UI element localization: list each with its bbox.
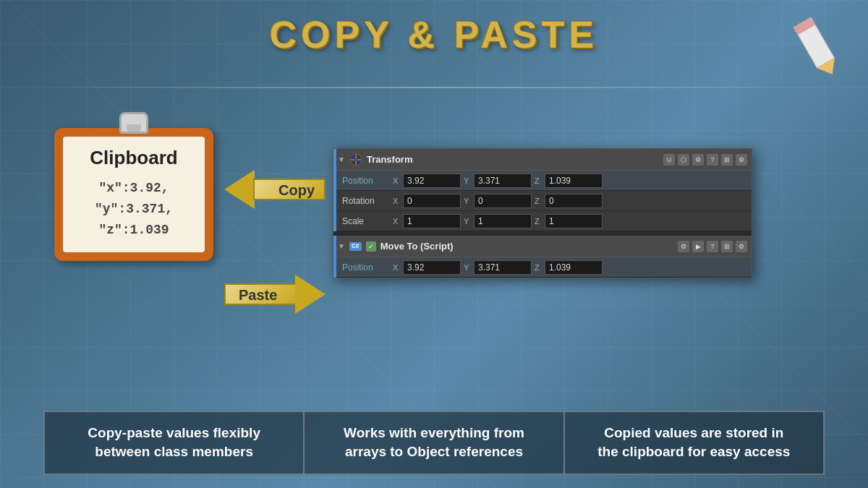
clipboard-body: Clipboard "x":3.92, "y":3.371, "z":1.039 <box>54 128 213 261</box>
pos-x-field: X <box>393 174 461 188</box>
rot-z-field: Z <box>535 194 603 208</box>
inspector-panel: ▼ Transform U ⬡ ⚙ ? ⊞ ⚙ Position <box>333 148 752 278</box>
position-row: Position X Y Z <box>336 171 752 191</box>
clipboard-line3: "z":1.039 <box>70 220 197 241</box>
sc-x-field: X <box>393 214 461 228</box>
copy-arrow: Copy <box>224 170 326 210</box>
script-position-row: Position X Y Z <box>336 257 752 278</box>
clipboard-content: "x":3.92, "y":3.371, "z":1.039 <box>70 178 197 240</box>
script-gear-icon[interactable]: ⚙ <box>678 241 689 252</box>
transform-icon <box>349 153 362 166</box>
cube-icon[interactable]: ⬡ <box>678 154 689 166</box>
spos-z-input[interactable] <box>545 260 603 275</box>
transform-header: ▼ Transform U ⬡ ⚙ ? ⊞ ⚙ <box>333 149 752 171</box>
script-layout-icon[interactable]: ⊞ <box>721 241 733 252</box>
script-enabled-checkbox[interactable]: ✓ <box>366 241 376 252</box>
z-letter: Z <box>535 217 543 226</box>
script-collapse-arrow[interactable]: ▼ <box>338 242 345 250</box>
clipboard-clip <box>119 112 148 134</box>
bottom-info-bar: Copy-paste values flexiblybetween class … <box>43 411 825 475</box>
blue-accent-bar <box>333 149 336 231</box>
paste-label: Paste <box>239 286 277 303</box>
pos-y-input[interactable] <box>474 174 532 188</box>
y-letter: Y <box>464 176 472 185</box>
x-letter: X <box>393 176 401 185</box>
pos-z-input[interactable] <box>545 174 603 188</box>
sc-x-input[interactable] <box>403 214 461 228</box>
sc-z-input[interactable] <box>545 214 603 228</box>
script-position-xyz: X Y Z <box>393 260 746 275</box>
x-letter: X <box>393 197 401 205</box>
rot-x-input[interactable] <box>403 194 461 208</box>
spos-x-input[interactable] <box>403 260 461 275</box>
rotation-xyz: X Y Z <box>393 194 746 208</box>
info-text-3: Copied values are stored inthe clipboard… <box>597 424 790 462</box>
y-letter: Y <box>464 263 472 272</box>
clipboard-paper: Clipboard "x":3.92, "y":3.371, "z":1.039 <box>63 137 205 252</box>
info-box-3: Copied values are stored inthe clipboard… <box>565 412 823 474</box>
scale-xyz: X Y Z <box>393 214 746 228</box>
script-settings-icon[interactable]: ⚙ <box>736 241 747 252</box>
clipboard-line1: "x":3.92, <box>70 178 197 199</box>
page-title: COPY & PASTE <box>0 13 868 56</box>
copy-label: Copy <box>278 181 315 198</box>
info-text-1: Copy-paste values flexiblybetween class … <box>88 424 260 462</box>
transform-title: Transform <box>367 154 659 165</box>
pos-z-field: Z <box>535 174 603 188</box>
script-position-label: Position <box>342 262 393 273</box>
layout-icon[interactable]: ⊞ <box>721 154 733 166</box>
position-xyz: X Y Z <box>393 174 746 188</box>
rot-y-input[interactable] <box>474 194 532 208</box>
pos-y-field: Y <box>464 174 532 188</box>
spos-y-input[interactable] <box>474 260 532 275</box>
z-letter: Z <box>535 176 543 185</box>
info-text-2: Works with everything fromarrays to Obje… <box>344 424 524 462</box>
settings-icon[interactable]: ⚙ <box>736 154 747 166</box>
y-letter: Y <box>464 217 472 226</box>
pos-x-input[interactable] <box>403 174 461 188</box>
rot-x-field: X <box>393 194 461 208</box>
clipboard-title: Clipboard <box>70 147 197 169</box>
paste-arrow: Paste <box>224 275 326 314</box>
help-icon[interactable]: ? <box>707 154 718 166</box>
clipboard-line2: "y":3.371, <box>70 199 197 220</box>
script-header: ▼ C# ✓ Move To (Script) ⚙ ▶ ? ⊞ ⚙ <box>333 236 752 257</box>
collapse-arrow[interactable]: ▼ <box>338 155 345 163</box>
info-box-2: Works with everything fromarrays to Obje… <box>305 412 564 474</box>
transform-toolbar: U ⬡ ⚙ ? ⊞ ⚙ <box>663 154 747 166</box>
rot-z-input[interactable] <box>545 194 603 208</box>
script-section: ▼ C# ✓ Move To (Script) ⚙ ▶ ? ⊞ ⚙ Positi… <box>333 236 752 278</box>
script-fields: Position X Y Z <box>336 257 752 278</box>
rot-y-field: Y <box>464 194 532 208</box>
script-title: Move To (Script) <box>380 241 673 252</box>
x-letter: X <box>393 263 401 272</box>
script-toolbar: ⚙ ▶ ? ⊞ ⚙ <box>678 241 747 252</box>
transform-section: ▼ Transform U ⬡ ⚙ ? ⊞ ⚙ Position <box>333 149 752 231</box>
arrow-left-head <box>224 170 255 209</box>
sc-y-field: Y <box>464 214 532 228</box>
spos-x-field: X <box>393 260 461 275</box>
sc-y-input[interactable] <box>474 214 532 228</box>
spos-y-field: Y <box>464 260 532 275</box>
script-help-icon[interactable]: ? <box>707 241 718 252</box>
y-letter: Y <box>464 197 472 205</box>
play-icon[interactable]: ▶ <box>692 241 704 252</box>
gear-icon[interactable]: ⚙ <box>692 154 704 166</box>
pencil-icon <box>781 14 854 80</box>
clipboard-widget: Clipboard "x":3.92, "y":3.371, "z":1.039 <box>54 112 213 261</box>
z-letter: Z <box>535 263 543 272</box>
scale-row: Scale X Y Z <box>336 211 752 231</box>
x-letter: X <box>393 217 401 226</box>
spos-z-field: Z <box>535 260 603 275</box>
lock-icon[interactable]: U <box>663 154 675 166</box>
rotation-label: Rotation <box>342 196 393 206</box>
position-label: Position <box>342 176 393 186</box>
arrow-head <box>295 275 326 314</box>
script-blue-bar <box>333 236 336 278</box>
transform-fields: Position X Y Z <box>336 171 752 231</box>
info-box-1: Copy-paste values flexiblybetween class … <box>45 412 305 474</box>
scale-label: Scale <box>342 216 393 226</box>
cs-badge: C# <box>349 242 362 251</box>
separator <box>43 87 825 88</box>
rotation-row: Rotation X Y Z <box>336 191 752 211</box>
